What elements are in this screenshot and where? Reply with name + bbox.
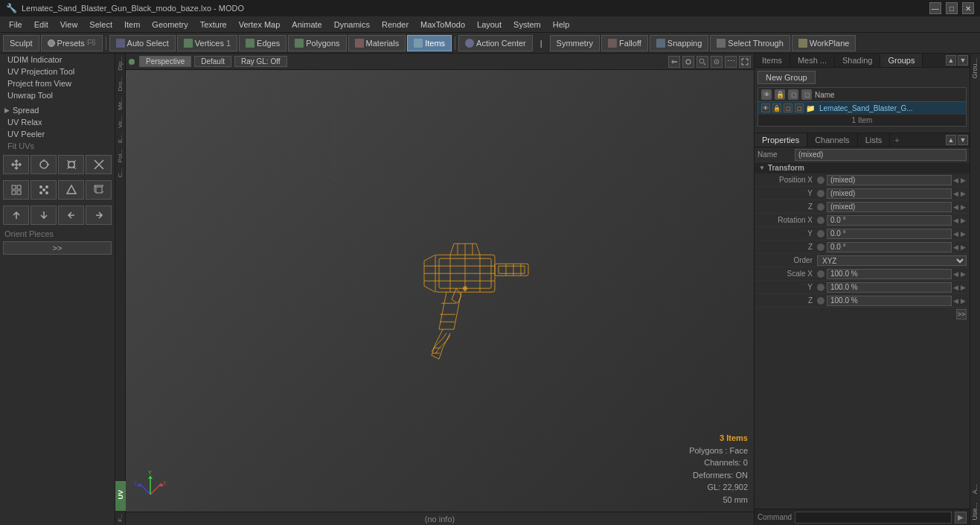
transform-section[interactable]: Transform xyxy=(755,162,970,174)
props-menu-btn[interactable]: ▼ xyxy=(958,135,968,145)
fit-uvs[interactable]: Fit UVs xyxy=(0,140,115,152)
tab-items[interactable]: Items xyxy=(755,54,790,67)
prop-rot-y-arrow-right[interactable]: ▶ xyxy=(959,230,967,238)
item-render-icon[interactable]: ◻ xyxy=(784,104,792,112)
tab-groups[interactable]: Groups xyxy=(880,54,923,67)
panel-expand[interactable]: ▲ xyxy=(946,55,956,66)
menu-render[interactable]: Render xyxy=(376,19,414,31)
props-tab-plus[interactable]: + xyxy=(890,134,903,146)
vp-ctrl-zoom[interactable] xyxy=(696,56,708,68)
tool-uv-dots[interactable] xyxy=(31,180,57,200)
prop-scale-y-arrow-left[interactable]: ◀ xyxy=(952,284,959,291)
vp-ctrl-1[interactable] xyxy=(668,56,680,68)
vtab-groups[interactable]: Grou... xyxy=(970,54,980,83)
sculpt-button[interactable]: Sculpt xyxy=(3,35,39,51)
vlabel-1[interactable]: Dro... xyxy=(116,74,124,95)
props-expand-btn[interactable]: ▲ xyxy=(946,135,956,145)
item-lock-icon[interactable]: 🔒 xyxy=(772,104,781,112)
prop-pos-z-arrow-right[interactable]: ▶ xyxy=(959,203,967,211)
prop-order-select[interactable]: XYZ XZY YXZ YZX ZXY ZYX xyxy=(817,255,967,266)
tool-uv-grid[interactable] xyxy=(3,180,29,200)
uv-projection-tool[interactable]: UV Projection Tool xyxy=(0,66,115,77)
command-input[interactable] xyxy=(795,512,952,524)
tool-rotate[interactable] xyxy=(31,155,57,174)
tool-uv-cube[interactable] xyxy=(86,180,112,200)
tool-uv-triangle[interactable] xyxy=(58,180,84,200)
tool-move[interactable] xyxy=(3,155,29,174)
props-tab-channels[interactable]: Channels xyxy=(807,133,857,147)
prop-scale-x-arrow-left[interactable]: ◀ xyxy=(952,270,959,278)
vlabel-2[interactable]: Me... xyxy=(116,94,124,113)
menu-item[interactable]: Item xyxy=(118,19,146,31)
prop-rot-y-arrow-left[interactable]: ◀ xyxy=(952,230,959,238)
presets-button[interactable]: Presets F6 xyxy=(41,35,103,51)
menu-dynamics[interactable]: Dynamics xyxy=(328,19,376,31)
prop-rotation-z-input[interactable] xyxy=(827,242,952,252)
snapping-button[interactable]: Snapping xyxy=(650,35,709,51)
ray-gl-button[interactable]: Ray GL: Off xyxy=(234,56,287,67)
items-button[interactable]: Items xyxy=(407,35,452,51)
vp-ctrl-2[interactable] xyxy=(682,56,694,68)
udim-indicator[interactable]: UDIM Indicator xyxy=(0,54,115,66)
unwrap-tool[interactable]: Unwrap Tool xyxy=(0,89,115,101)
menu-geometry[interactable]: Geometry xyxy=(146,19,193,31)
prop-scale-y-input[interactable] xyxy=(827,282,952,293)
edges-button[interactable]: Edges xyxy=(239,35,286,51)
item-type-icon[interactable]: ◻ xyxy=(795,104,804,112)
prop-pos-y-arrow-left[interactable]: ◀ xyxy=(952,190,959,197)
titlebar-controls[interactable]: — □ ✕ xyxy=(929,2,974,14)
props-more-btn[interactable]: >> xyxy=(956,309,967,319)
tool-arrow-up[interactable] xyxy=(3,206,29,225)
tool-arrow-right[interactable] xyxy=(86,206,112,225)
perspective-button[interactable]: Perspective xyxy=(139,56,191,67)
vlabel-6[interactable]: C... xyxy=(116,165,124,180)
props-tab-lists[interactable]: Lists xyxy=(858,133,891,147)
more-button[interactable]: >> xyxy=(3,241,112,255)
prop-rotation-y-input[interactable] xyxy=(827,229,952,239)
close-button[interactable]: ✕ xyxy=(962,2,974,14)
vtab-a[interactable]: A... xyxy=(970,480,980,499)
tab-shading[interactable]: Shading xyxy=(835,54,880,67)
menu-file[interactable]: File xyxy=(3,19,28,31)
item-visible-icon[interactable]: 👁 xyxy=(761,104,770,112)
falloff-button[interactable]: Falloff xyxy=(601,35,648,51)
tab-mesh[interactable]: Mesh ... xyxy=(790,54,835,67)
vp-ctrl-expand[interactable] xyxy=(739,56,751,68)
prop-position-x-input[interactable] xyxy=(827,175,952,185)
prop-pos-x-arrow-right[interactable]: ▶ xyxy=(959,176,967,184)
prop-rot-x-arrow-right[interactable]: ▶ xyxy=(959,217,967,224)
prop-scale-x-arrow-right[interactable]: ▶ xyxy=(959,270,967,278)
tool-arrow-left[interactable] xyxy=(58,206,84,225)
menu-maxtomodo[interactable]: MaxToModo xyxy=(414,19,471,31)
tool-scale[interactable] xyxy=(58,155,84,174)
uv-peeler[interactable]: UV Peeler xyxy=(0,128,115,140)
tool-arrow-down[interactable] xyxy=(31,206,57,225)
minimize-button[interactable]: — xyxy=(929,2,941,14)
maximize-button[interactable]: □ xyxy=(946,2,958,14)
tool-transform[interactable] xyxy=(86,155,112,174)
materials-button[interactable]: Materials xyxy=(348,35,406,51)
prop-pos-x-arrow-left[interactable]: ◀ xyxy=(952,176,959,184)
command-run-btn[interactable]: ▶ xyxy=(955,512,967,524)
vp-ctrl-more[interactable]: ⋯ xyxy=(725,56,737,68)
vtab-use[interactable]: Use... xyxy=(970,498,980,525)
prop-name-input[interactable] xyxy=(795,149,967,161)
action-center-button[interactable]: Action Center xyxy=(458,35,533,51)
vlabel-4[interactable]: E... xyxy=(116,131,124,146)
item-row-1[interactable]: 👁 🔒 ◻ ◻ 📁 Lematec_Sand_Blaster_G... xyxy=(758,102,966,115)
panel-menu[interactable]: ▼ xyxy=(958,55,968,66)
uv-relax[interactable]: UV Relax xyxy=(0,116,115,128)
prop-rotation-x-input[interactable] xyxy=(827,215,952,226)
uv-bar[interactable]: UV xyxy=(115,481,126,511)
prop-rot-x-arrow-left[interactable]: ◀ xyxy=(952,217,959,224)
prop-scale-y-arrow-right[interactable]: ▶ xyxy=(959,284,967,291)
vlabel-0[interactable]: Dip... xyxy=(116,54,124,74)
menu-layout[interactable]: Layout xyxy=(471,19,507,31)
symmetry-button[interactable]: Symmetry xyxy=(550,35,601,51)
prop-scale-z-arrow-right[interactable]: ▶ xyxy=(959,297,967,305)
prop-position-y-input[interactable] xyxy=(827,188,952,199)
prop-rot-z-arrow-right[interactable]: ▶ xyxy=(959,244,967,251)
prop-rot-z-arrow-left[interactable]: ◀ xyxy=(952,244,959,251)
menu-system[interactable]: System xyxy=(507,19,547,31)
prop-pos-z-arrow-left[interactable]: ◀ xyxy=(952,203,959,211)
